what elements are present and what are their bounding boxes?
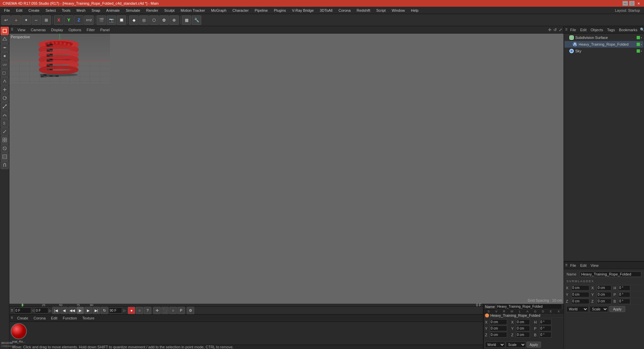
attr-x-size[interactable] xyxy=(597,285,611,291)
obj-vis-icon[interactable] xyxy=(637,36,640,39)
texture-tool[interactable] xyxy=(1,153,9,161)
menu-3dtoall[interactable]: 3DToAll xyxy=(317,8,335,13)
menu-file[interactable]: File xyxy=(1,8,13,13)
attr-b-rot[interactable] xyxy=(618,299,630,304)
object-row-subdivision[interactable]: Subdivision Surface • xyxy=(565,34,643,41)
objects-search-icon[interactable]: 🔍 xyxy=(640,28,644,32)
menu-simulate[interactable]: Simulate xyxy=(123,8,143,13)
render-button[interactable]: 📷 xyxy=(107,15,116,25)
select-button[interactable]: ✦ xyxy=(21,15,31,25)
menu-window[interactable]: Window xyxy=(389,8,408,13)
object-mode-button[interactable]: ◆ xyxy=(129,15,139,25)
timeline-mode3[interactable]: ○ xyxy=(169,307,177,314)
object-name-input[interactable] xyxy=(496,304,562,309)
frame-start-input[interactable] xyxy=(35,307,48,313)
coord-y-pos[interactable] xyxy=(490,326,507,331)
menu-character[interactable]: Character xyxy=(230,8,251,13)
edge-tool[interactable] xyxy=(1,44,9,52)
render-preview-button[interactable]: 🎬 xyxy=(97,15,106,25)
auto-key-button[interactable]: ○ xyxy=(136,307,143,314)
object-row-sky[interactable]: Sky • xyxy=(565,48,643,54)
timeline-mode2[interactable]: ⬛ xyxy=(161,307,169,314)
select-live-tool[interactable] xyxy=(1,77,9,85)
timeline-mode4[interactable]: P xyxy=(177,307,185,314)
grid-button[interactable]: ▦ xyxy=(182,15,191,25)
scale-button[interactable]: ⊞ xyxy=(42,15,51,25)
coord-scale-select[interactable]: Scale Size xyxy=(506,342,526,348)
scale-tool[interactable] xyxy=(1,102,9,110)
maximize-button[interactable]: □ xyxy=(629,1,635,6)
select-rect-tool[interactable] xyxy=(1,69,9,77)
sculpt-tool[interactable] xyxy=(1,111,9,119)
attr-z-size[interactable] xyxy=(597,299,611,304)
deform-button[interactable]: ⊕ xyxy=(169,15,179,25)
viewport-maximize-icon[interactable]: ⤢ xyxy=(559,28,562,32)
coord-z-size[interactable] xyxy=(516,332,530,338)
brush-tool[interactable]: S xyxy=(1,119,9,127)
knife-tool[interactable] xyxy=(1,128,9,136)
coord-x-size[interactable] xyxy=(516,319,530,325)
viewport-rotate-icon[interactable]: ↺ xyxy=(553,28,557,32)
menu-script[interactable]: Script xyxy=(374,8,388,13)
play-button[interactable]: ▶ xyxy=(76,307,84,314)
mode-xyz-button[interactable]: XYZ xyxy=(84,15,94,25)
new-object-button[interactable]: + xyxy=(11,15,21,25)
objects-edit-btn[interactable]: Edit xyxy=(579,28,588,32)
frame-end-input[interactable] xyxy=(109,307,122,313)
viewport-menu-display[interactable]: Display xyxy=(50,27,64,33)
coord-h-rot[interactable] xyxy=(539,319,551,325)
menu-plugins[interactable]: Plugins xyxy=(271,8,288,13)
attr-y-size[interactable] xyxy=(597,292,611,297)
uv-tool[interactable]: UV xyxy=(1,60,9,68)
attr-edit-btn[interactable]: Edit xyxy=(579,263,588,267)
mat-texture-btn[interactable]: Texture xyxy=(81,315,96,321)
edge-mode-button[interactable]: ◎ xyxy=(139,15,149,25)
prev-frame-button[interactable]: ◀ xyxy=(60,307,68,314)
menu-mograph[interactable]: MoGraph xyxy=(208,8,229,13)
close-button[interactable]: ✕ xyxy=(636,1,641,6)
undo-button[interactable]: ↩ xyxy=(1,15,11,25)
rope-vis-icon[interactable] xyxy=(637,43,640,46)
rotate-tool[interactable] xyxy=(1,94,9,102)
render-region-button[interactable]: 🔲 xyxy=(117,15,126,25)
current-frame-input[interactable] xyxy=(14,307,31,313)
paint-tool[interactable] xyxy=(1,144,9,152)
attr-x-pos[interactable] xyxy=(571,285,589,291)
objects-file-btn[interactable]: File xyxy=(569,28,578,32)
sky-vis-icon[interactable] xyxy=(637,49,640,53)
next-frame-button[interactable]: ▶ xyxy=(85,307,92,314)
grid-tool[interactable] xyxy=(1,136,9,144)
menu-snap[interactable]: Snap xyxy=(89,8,103,13)
move-button[interactable]: ↔ xyxy=(32,15,41,25)
timeline-mode1[interactable]: ✛ xyxy=(153,307,161,314)
material-item[interactable]: mat_Ro... xyxy=(11,323,27,343)
mode-x-button[interactable]: X xyxy=(54,15,63,25)
menu-edit[interactable]: Edit xyxy=(13,8,25,13)
menu-mesh[interactable]: Mesh xyxy=(74,8,88,13)
object-tool[interactable] xyxy=(1,27,9,35)
objects-view-btn[interactable]: Objects xyxy=(589,28,604,32)
coord-world-select[interactable]: World Object xyxy=(485,342,505,348)
mat-function-btn[interactable]: Function xyxy=(61,315,78,321)
polygon-tool[interactable] xyxy=(1,35,9,43)
viewport-menu-filter[interactable]: Filter xyxy=(85,27,96,33)
attr-file-btn[interactable]: File xyxy=(569,263,578,267)
coord-b-rot[interactable] xyxy=(539,332,551,338)
menu-create[interactable]: Create xyxy=(26,8,42,13)
menu-animate[interactable]: Animate xyxy=(104,8,122,13)
timeline-settings[interactable]: ⚙ xyxy=(187,307,194,314)
menu-vray[interactable]: V-Ray Bridge xyxy=(289,8,317,13)
objects-bookmarks-btn[interactable]: Bookmarks xyxy=(618,28,639,32)
menu-pipeline[interactable]: Pipeline xyxy=(252,8,270,13)
menu-tools[interactable]: Tools xyxy=(59,8,73,13)
attr-h-rot[interactable] xyxy=(618,285,630,291)
play-reverse-button[interactable]: ◀◀ xyxy=(68,307,76,314)
attr-z-pos[interactable] xyxy=(571,299,589,304)
menu-help[interactable]: Help xyxy=(408,8,421,13)
attr-name-input[interactable] xyxy=(580,271,641,277)
attr-apply-button[interactable]: Apply xyxy=(609,306,625,312)
menu-render[interactable]: Render xyxy=(144,8,161,13)
viewport-menu-options[interactable]: Options xyxy=(67,27,83,33)
magnet-tool[interactable] xyxy=(1,161,9,169)
viewport-menu-panel[interactable]: Panel xyxy=(99,27,111,33)
